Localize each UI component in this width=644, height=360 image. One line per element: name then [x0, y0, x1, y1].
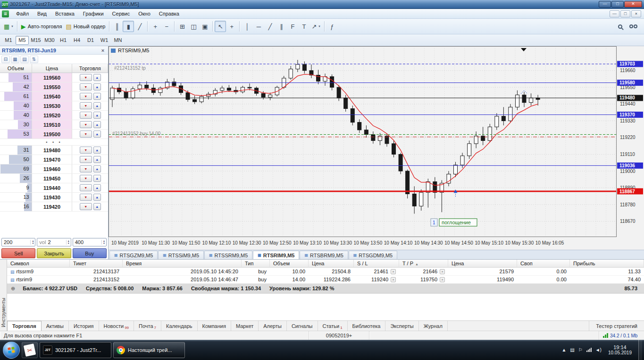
- bid-row[interactable]: 9119440▼▲: [0, 183, 108, 193]
- menu-item-графики[interactable]: Графики: [79, 10, 108, 17]
- place-order-button[interactable]: ▲: [93, 165, 101, 172]
- spinner-arrows-icon[interactable]: ▲▼: [101, 240, 106, 245]
- price-chart[interactable]: 1196601195501194401193301192201191101190…: [109, 46, 644, 250]
- ask-row[interactable]: 53119500▼▲: [0, 130, 108, 139]
- place-order-button[interactable]: ▲: [93, 93, 101, 100]
- column-header-цена[interactable]: Цена: [448, 260, 517, 268]
- dom-time-sales-icon[interactable]: ▤: [20, 56, 29, 63]
- price-cell[interactable]: 119560: [32, 73, 73, 82]
- close-position-button[interactable]: Закрыть: [37, 248, 71, 258]
- price-cell[interactable]: 119500: [32, 130, 73, 139]
- menu-item-вставка[interactable]: Вставка: [51, 10, 79, 17]
- remove-tp-button[interactable]: ×: [440, 269, 445, 274]
- text-label-button[interactable]: T: [298, 21, 309, 32]
- column-header-тикет[interactable]: Тикет: [70, 260, 123, 268]
- taskbar-item-browser[interactable]: Настоящий трей...: [113, 342, 185, 358]
- price-cell[interactable]: 119530: [32, 101, 73, 110]
- bid-row[interactable]: 13119430▼▲: [0, 193, 108, 202]
- spinner-arrows-icon[interactable]: ▲▼: [66, 240, 71, 245]
- price-cell[interactable]: 119540: [32, 92, 73, 101]
- vertical-line-button[interactable]: │: [242, 21, 253, 32]
- timeframe-m5[interactable]: M5: [16, 36, 29, 45]
- price-cell[interactable]: 119430: [32, 193, 73, 202]
- price-cell[interactable]: 119520: [32, 111, 73, 120]
- remove-tp-button[interactable]: ×: [440, 277, 445, 282]
- timeframe-h1[interactable]: H1: [57, 36, 70, 45]
- tray-app-icon[interactable]: ▤: [570, 347, 574, 352]
- terminal-tab-статьи[interactable]: Статьи1: [318, 321, 348, 331]
- column-header-тип[interactable]: Тип: [242, 260, 270, 268]
- chart-bars-button[interactable]: ║: [111, 21, 123, 32]
- column-header-время[interactable]: Время: [123, 260, 242, 268]
- order-type-dropdown[interactable]: ▼: [80, 93, 92, 100]
- timeframe-m1[interactable]: M1: [2, 36, 15, 45]
- timeframe-h4[interactable]: H4: [70, 36, 84, 45]
- tray-network-icon[interactable]: [586, 348, 592, 352]
- show-desktop-button[interactable]: [638, 340, 642, 360]
- place-order-button[interactable]: ▲: [93, 194, 101, 201]
- price-cell[interactable]: 119550: [32, 82, 73, 91]
- ask-row[interactable]: 40119530▼▲: [0, 101, 108, 111]
- remove-sl-button[interactable]: ×: [391, 277, 396, 282]
- new-order-button[interactable]: ▤Новый ордер: [64, 21, 107, 32]
- position-row[interactable]: ▤rtssrm92124131372019.05.10 14:45:20buy1…: [7, 268, 644, 276]
- equidistant-channel-button[interactable]: ∥: [276, 21, 287, 32]
- menu-item-сервис[interactable]: Сервис: [108, 10, 134, 17]
- ask-row[interactable]: 61119540▼▲: [0, 92, 108, 101]
- price-cell[interactable]: 119460: [32, 164, 73, 173]
- terminal-tab-эксперты[interactable]: Эксперты: [385, 321, 418, 331]
- bid-row[interactable]: 16119420▼▲: [0, 202, 108, 212]
- arrows-button[interactable]: ↗▾: [309, 21, 322, 32]
- timeframe-d1[interactable]: D1: [84, 36, 97, 45]
- order-type-dropdown[interactable]: ▼: [80, 74, 92, 81]
- bid-row[interactable]: 31119480▼▲: [0, 146, 108, 155]
- bid-row[interactable]: 69119460▼▲: [0, 164, 108, 174]
- trendline-button[interactable]: ╱: [264, 21, 276, 32]
- terminal-tab-календарь[interactable]: Календарь: [161, 321, 198, 331]
- column-header-своп[interactable]: Своп: [517, 260, 570, 268]
- chart-candles-button[interactable]: ▮: [123, 21, 134, 32]
- price-cell[interactable]: 119470: [32, 155, 73, 164]
- order-type-dropdown[interactable]: ▼: [80, 165, 92, 172]
- spinner-arrows-icon[interactable]: ▲▼: [30, 240, 35, 245]
- expand-icon[interactable]: ⊕: [11, 286, 15, 292]
- zoom-out-button[interactable]: −: [161, 21, 172, 32]
- chart-tab-rtssim9m5[interactable]: ▦RTSSiM9,M5: [158, 251, 204, 259]
- taskbar-item-terminal[interactable]: J2T 3021267 - Just2Tr...: [40, 342, 111, 358]
- data-window-button[interactable]: ▣: [199, 21, 210, 32]
- terminal-tab-активы[interactable]: Активы: [42, 321, 69, 331]
- qty-stepper-2[interactable]: 400 ▲▼: [73, 238, 107, 246]
- buy-button[interactable]: Buy: [73, 248, 107, 258]
- place-order-button[interactable]: ▲: [93, 74, 101, 81]
- chart-tab-rtsrim9m5[interactable]: ▦RTSRIM9,M5: [253, 251, 299, 259]
- place-order-button[interactable]: ▲: [93, 203, 101, 210]
- order-type-dropdown[interactable]: ▼: [80, 83, 92, 90]
- community-button[interactable]: [627, 21, 639, 32]
- column-header-цена[interactable]: Цена: [309, 260, 354, 268]
- snipping-tool-button[interactable]: ✂: [22, 342, 38, 358]
- cascade-windows-button[interactable]: ◫: [188, 21, 199, 32]
- volume-stepper[interactable]: vol 2 ▲▼: [37, 238, 71, 246]
- place-order-button[interactable]: ▲: [93, 112, 101, 119]
- chart-restore-button[interactable]: □: [620, 10, 630, 17]
- minimize-button[interactable]: —: [599, 1, 611, 8]
- dom-close-icon[interactable]: ×: [100, 48, 106, 53]
- crosshair-button[interactable]: +: [226, 21, 237, 32]
- remove-sl-button[interactable]: ×: [391, 269, 396, 274]
- chart-close-button[interactable]: ×: [631, 10, 641, 17]
- timeframe-m30[interactable]: M30: [43, 36, 56, 45]
- zoom-in-button[interactable]: +: [150, 21, 161, 32]
- auto-trading-button[interactable]: ▶Авто-торговля: [19, 21, 64, 32]
- terminal-tab-маркет[interactable]: Маркет: [231, 321, 259, 331]
- price-cell[interactable]: 119480: [32, 146, 73, 155]
- column-header-прибыль[interactable]: Прибыль: [570, 260, 644, 268]
- column-header-символ[interactable]: Символ: [7, 260, 70, 268]
- ask-row[interactable]: 42119550▼▲: [0, 82, 108, 92]
- timeframe-m15[interactable]: M15: [29, 36, 42, 45]
- place-order-button[interactable]: ▲: [93, 175, 101, 182]
- order-type-dropdown[interactable]: ▼: [80, 194, 92, 201]
- fibonacci-button[interactable]: F: [287, 21, 298, 32]
- dom-depth-view-icon[interactable]: ⊟: [1, 56, 10, 63]
- order-type-dropdown[interactable]: ▼: [80, 121, 92, 128]
- bid-row[interactable]: 50119470▼▲: [0, 155, 108, 164]
